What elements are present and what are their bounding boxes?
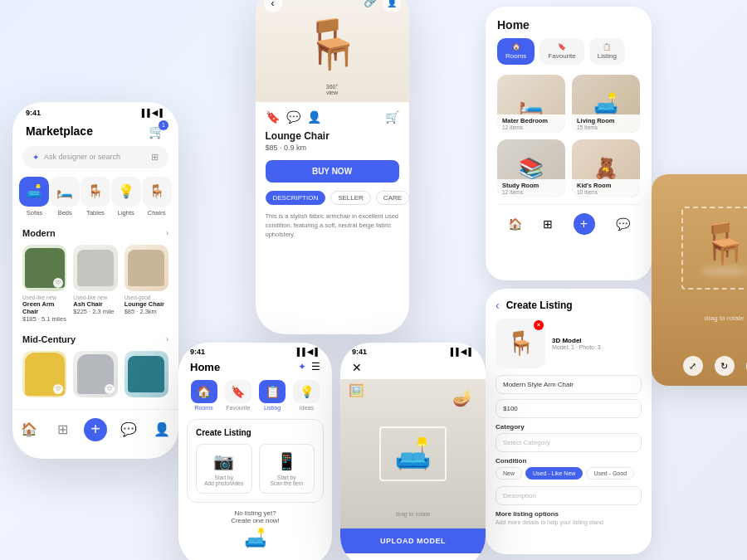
room-study[interactable]: 📚 Study Room 12 Items: [497, 139, 565, 197]
product-price-2: $225 · 2.3 mile: [73, 308, 117, 315]
sparkle-icon-home[interactable]: ✦: [298, 361, 306, 373]
panel-rooms-icon: 🏠: [512, 43, 520, 51]
model-delete-icon[interactable]: ✕: [534, 320, 544, 330]
create-one-text: Create one now!: [178, 517, 332, 524]
see-all-mid[interactable]: ›: [166, 335, 168, 343]
scan-label: Start byScan the item: [266, 475, 308, 486]
panel-nav-grid[interactable]: ⊞: [543, 217, 553, 231]
filter-icon[interactable]: ⊞: [151, 152, 159, 163]
search-bar[interactable]: ✦ Ask designer or search ⊞: [22, 146, 168, 168]
cond-new[interactable]: New: [496, 467, 522, 480]
tab-ideas[interactable]: 💡 Ideas: [293, 380, 320, 411]
nav-add[interactable]: +: [84, 418, 107, 441]
chair-icon-cat: 🪑: [142, 177, 172, 207]
upload-model-button[interactable]: UPLOAD MODEL: [340, 528, 486, 553]
user-small-icon[interactable]: 👤: [307, 110, 321, 124]
wishlist-icon-s[interactable]: ♡: [105, 384, 115, 394]
add-photo-option[interactable]: 📷 Start byAdd photo/video: [196, 444, 252, 494]
product-teal-chair[interactable]: [124, 351, 168, 401]
midcentury-products: ♡ ♡: [12, 351, 178, 409]
home-status-time: 9:41: [190, 348, 205, 356]
product-yellow-chair[interactable]: ♡: [22, 351, 66, 401]
product-ash-chair[interactable]: Used-like new Ash Chair $225 · 2.3 mile: [73, 245, 117, 323]
cond-good[interactable]: Used - Good: [586, 467, 634, 480]
close-icon[interactable]: ✕: [352, 361, 362, 374]
tab-care[interactable]: CARE: [376, 191, 409, 205]
create-back-icon[interactable]: ‹: [496, 299, 500, 312]
nav-chat[interactable]: 💬: [117, 418, 140, 441]
listing-label: Listing: [264, 405, 281, 411]
model-preview-row: 🪑 ✕ 3D Model Model: 1 · Photo: 3: [496, 319, 642, 368]
panel-nav-chat[interactable]: 💬: [616, 217, 630, 231]
panel-listing-btn[interactable]: 📋 Listing: [589, 38, 625, 65]
more-options-desc: Add more details to help your listing st…: [496, 519, 642, 525]
ar-rotate-icon[interactable]: ↻: [715, 356, 735, 376]
product-green-chair[interactable]: ♡ Used-like new Green Arm Chair $185 · 5…: [22, 245, 66, 323]
camera-icon: 📷: [203, 451, 245, 471]
panel-rooms-btn[interactable]: 🏠 Rooms: [497, 38, 535, 65]
ar-resize-icon[interactable]: ⤢: [683, 356, 703, 376]
action-icons: 🔖 💬 👤: [266, 110, 321, 124]
back-button[interactable]: ‹: [264, 0, 282, 12]
cat-tables[interactable]: 🪑 Tables: [81, 177, 110, 217]
model-info: 3D Model Model: 1 · Photo: 3: [552, 319, 601, 368]
product-silver-chair[interactable]: ♡: [73, 351, 117, 401]
ar-chair-emoji: 🪑: [700, 221, 748, 267]
view-360-label[interactable]: 360°view: [326, 84, 338, 95]
cat-label-sofas: Sofas: [27, 209, 42, 217]
model-thumbnail[interactable]: 🪑 ✕: [496, 319, 545, 368]
room-living[interactable]: 🛋️ Living Room 15 Items: [572, 75, 640, 133]
cat-beds[interactable]: 🛏️ Beds: [50, 177, 80, 217]
condition-row: New Used - Like New Used - Good: [496, 467, 642, 480]
share-icon[interactable]: 🔗: [364, 0, 378, 7]
cat-label-lights: Lights: [118, 209, 134, 217]
nav-grid[interactable]: ⊞: [51, 418, 74, 441]
tab-favourite[interactable]: 🔖 Favourite: [225, 380, 251, 411]
scan-option[interactable]: 📱 Start byScan the item: [259, 444, 315, 494]
cart-icon[interactable]: 🛒1: [149, 124, 165, 139]
panel-fav-label: Favourite: [548, 52, 575, 60]
cat-sofas[interactable]: 🛋️ Sofas: [19, 177, 49, 217]
room-info-living: Living Room 15 Items: [572, 114, 640, 133]
room-name-master: Mater Bedroom: [502, 117, 560, 124]
menu-icon-home[interactable]: ☰: [311, 361, 320, 373]
table-icon: 🪑: [81, 177, 110, 207]
cart-detail-icon[interactable]: 🛒: [385, 110, 399, 124]
room-master-bedroom[interactable]: 🛏️ Mater Bedroom 12 Items: [497, 75, 565, 133]
model-count: Model: 1 · Photo: 3: [552, 344, 601, 350]
panel-nav-home[interactable]: 🏠: [508, 217, 522, 231]
no-listing-area: No listing yet? Create one now! 🛋️: [178, 503, 332, 553]
tab-listing-home[interactable]: 📋 Listing: [259, 380, 286, 411]
bed-icon: 🛏️: [50, 177, 80, 207]
buy-now-button[interactable]: BUY NOW: [266, 160, 399, 183]
wishlist-icon-y[interactable]: ♡: [53, 384, 63, 394]
create-listing-title: Create Listing: [196, 428, 315, 437]
panel-nav-add[interactable]: +: [574, 213, 595, 235]
price-field[interactable]: $100: [496, 399, 642, 418]
message-icon[interactable]: 💬: [286, 110, 300, 124]
nav-profile[interactable]: 👤: [150, 418, 173, 441]
name-field[interactable]: Modern Style Arm Chair: [496, 375, 642, 394]
category-field[interactable]: Select Category: [496, 433, 642, 452]
tab-description[interactable]: DESCRIPTION: [266, 191, 326, 205]
see-all-modern[interactable]: ›: [166, 229, 168, 237]
tab-rooms[interactable]: 🏠 Rooms: [191, 380, 217, 411]
nav-home[interactable]: 🏠: [17, 418, 41, 441]
ar-status-time: 9:41: [352, 348, 367, 356]
room-kids[interactable]: 🧸 Kid's Room 10 Items: [572, 139, 640, 197]
ar-selection-box: 🪑: [681, 207, 748, 290]
product-lounge-chair[interactable]: Used-good Lounge Chair $85 · 2.3km: [124, 245, 168, 323]
product-tabs: DESCRIPTION SELLER CARE: [266, 191, 399, 205]
cat-chairs[interactable]: 🪑 Chairs: [142, 177, 172, 217]
product-name-1: Green Arm Chair: [22, 300, 66, 315]
room-name-study: Study Room: [502, 182, 560, 189]
tab-seller[interactable]: SELLER: [330, 191, 371, 205]
description-field[interactable]: Description: [496, 486, 642, 505]
cond-like-new[interactable]: Used - Like New: [525, 467, 583, 480]
bookmark-icon[interactable]: 🔖: [266, 110, 280, 124]
panel-favourite-btn[interactable]: 🔖 Favourite: [540, 38, 583, 65]
wishlist-icon[interactable]: ♡: [53, 278, 63, 288]
ideas-icon: 💡: [293, 380, 320, 403]
panel-home-title: Home: [497, 18, 640, 32]
cat-lights[interactable]: 💡 Lights: [111, 177, 141, 217]
